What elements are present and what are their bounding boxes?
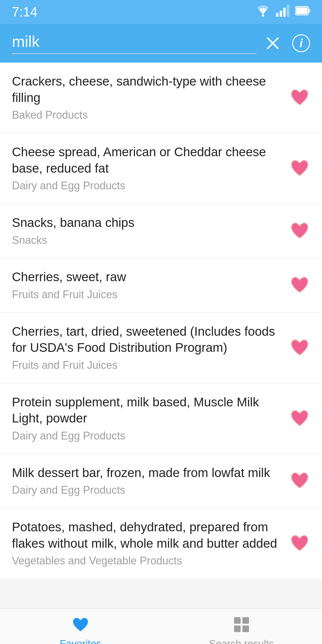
result-category: Dairy and Egg Products (12, 179, 280, 193)
result-category: Dairy and Egg Products (12, 429, 280, 443)
info-icon: i (292, 34, 310, 52)
svg-rect-10 (234, 617, 241, 624)
svg-rect-7 (296, 7, 307, 14)
battery-icon (295, 5, 310, 19)
result-name: Snacks, banana chips (12, 215, 280, 231)
list-item[interactable]: Milk dessert bar, frozen, made from lowf… (0, 454, 322, 508)
wifi-icon (256, 5, 270, 19)
list-item[interactable]: Crackers, cheese, sandwich-type with che… (0, 63, 322, 133)
favorite-button[interactable] (289, 338, 310, 358)
result-info: Cherries, sweet, raw Fruits and Fruit Ju… (12, 269, 289, 301)
result-info: Milk dessert bar, frozen, made from lowf… (12, 465, 289, 497)
svg-rect-13 (242, 626, 249, 632)
result-name: Potatoes, mashed, dehydrated, prepared f… (12, 519, 280, 552)
result-name: Crackers, cheese, sandwich-type with che… (12, 73, 280, 106)
svg-rect-4 (287, 5, 289, 17)
status-bar: 7:14 (0, 0, 322, 24)
result-info: Cheese spread, American or Cheddar chees… (12, 144, 289, 193)
svg-rect-12 (234, 626, 241, 632)
signal-icon (276, 5, 289, 19)
result-category: Vegetables and Vegetable Products (12, 554, 280, 568)
favorite-button[interactable] (289, 221, 310, 242)
status-icons (256, 5, 310, 19)
info-button[interactable]: i (292, 34, 310, 52)
svg-rect-11 (242, 617, 249, 624)
favorite-button[interactable] (289, 87, 310, 108)
svg-rect-3 (283, 8, 286, 17)
result-info: Cherries, tart, dried, sweetened (Includ… (12, 323, 289, 372)
status-time: 7:14 (12, 4, 38, 19)
favorites-heart-icon (72, 616, 89, 634)
heart-icon (289, 158, 310, 179)
favorite-button[interactable] (289, 470, 310, 491)
favorite-button[interactable] (289, 275, 310, 296)
search-input-container[interactable] (12, 32, 256, 54)
bottom-nav: Favorites Search results (0, 609, 322, 644)
favorites-label: Favorites (60, 638, 101, 644)
clear-button[interactable] (265, 36, 280, 51)
result-name: Protein supplement, milk based, Muscle M… (12, 394, 280, 427)
result-name: Cheese spread, American or Cheddar chees… (12, 144, 280, 177)
search-input[interactable] (12, 32, 256, 50)
result-category: Snacks (12, 233, 280, 247)
favorite-button[interactable] (289, 408, 310, 429)
svg-point-0 (262, 14, 264, 17)
svg-rect-6 (308, 9, 310, 13)
nav-favorites[interactable]: Favorites (0, 609, 161, 644)
heart-icon (289, 408, 310, 429)
heart-icon (289, 533, 310, 554)
list-item[interactable]: Protein supplement, milk based, Muscle M… (0, 383, 322, 454)
result-name: Cherries, sweet, raw (12, 269, 280, 285)
list-item[interactable]: Cherries, sweet, raw Fruits and Fruit Ju… (0, 258, 322, 312)
result-info: Crackers, cheese, sandwich-type with che… (12, 73, 289, 122)
svg-rect-2 (280, 11, 282, 17)
search-bar: i (0, 24, 322, 63)
results-list: Crackers, cheese, sandwich-type with che… (0, 63, 322, 579)
svg-rect-1 (276, 13, 278, 17)
list-item[interactable]: Cherries, tart, dried, sweetened (Includ… (0, 313, 322, 383)
heart-icon (289, 275, 310, 296)
heart-icon (289, 221, 310, 242)
result-name: Milk dessert bar, frozen, made from lowf… (12, 465, 280, 481)
result-category: Fruits and Fruit Juices (12, 288, 280, 302)
search-results-icon (233, 616, 250, 634)
favorite-button[interactable] (289, 158, 310, 179)
result-category: Dairy and Egg Products (12, 483, 280, 497)
result-category: Fruits and Fruit Juices (12, 358, 280, 372)
heart-icon (289, 87, 310, 108)
close-icon (265, 36, 280, 51)
result-info: Potatoes, mashed, dehydrated, prepared f… (12, 519, 289, 568)
favorite-button[interactable] (289, 533, 310, 554)
heart-icon (289, 470, 310, 491)
heart-icon (289, 338, 310, 358)
list-item[interactable]: Potatoes, mashed, dehydrated, prepared f… (0, 508, 322, 579)
list-item[interactable]: Cheese spread, American or Cheddar chees… (0, 133, 322, 204)
result-info: Protein supplement, milk based, Muscle M… (12, 394, 289, 443)
search-results-label: Search results (209, 638, 274, 644)
spacer (0, 579, 322, 609)
nav-search-results[interactable]: Search results (161, 609, 322, 644)
result-info: Snacks, banana chips Snacks (12, 215, 289, 247)
search-actions: i (265, 34, 310, 52)
list-item[interactable]: Snacks, banana chips Snacks (0, 204, 322, 258)
result-category: Baked Products (12, 108, 280, 122)
result-name: Cherries, tart, dried, sweetened (Includ… (12, 323, 280, 356)
